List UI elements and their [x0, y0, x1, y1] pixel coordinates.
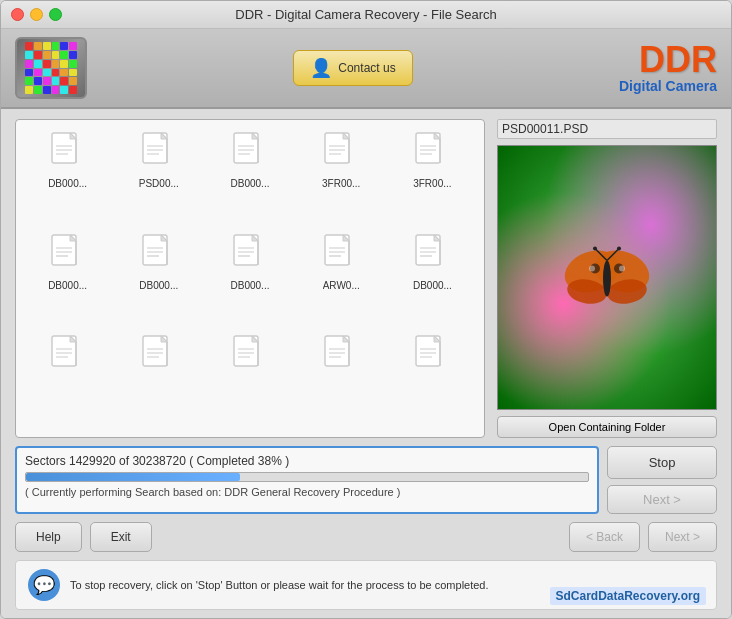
window-title: DDR - Digital Camera Recovery - File Sea… [235, 7, 497, 22]
preview-image: 🔊 ▶ ◄◄ ►► [497, 145, 717, 410]
progress-sectors-text: Sectors 1429920 of 30238720 ( Completed … [25, 454, 589, 468]
butterfly-image [557, 236, 657, 319]
brand-ddr: DDR [619, 42, 717, 78]
file-label: DB000... [139, 280, 178, 291]
file-label: 3FR00... [322, 178, 360, 189]
contact-button[interactable]: 👤 Contact us [293, 50, 412, 86]
file-icon [141, 234, 177, 278]
brand-sub: Digital Camera [619, 78, 717, 94]
file-label: ARW0... [323, 280, 360, 291]
file-item[interactable]: DB000... [24, 128, 111, 226]
file-icon [50, 132, 86, 176]
file-icon [323, 132, 359, 176]
app-window: DDR - Digital Camera Recovery - File Sea… [0, 0, 732, 619]
traffic-lights [11, 8, 62, 21]
file-label: DB000... [48, 178, 87, 189]
content-row: DB000... PSD00... DB000... 3FR00... [15, 119, 717, 438]
svg-point-87 [617, 246, 621, 250]
titlebar: DDR - Digital Camera Recovery - File Sea… [1, 1, 731, 29]
file-label: 3FR00... [413, 178, 451, 189]
svg-point-83 [603, 260, 611, 296]
preview-title: PSD00011.PSD [497, 119, 717, 139]
back-button[interactable]: < Back [569, 522, 640, 552]
progress-bar [25, 472, 589, 482]
file-label: DB000... [231, 178, 270, 189]
file-item[interactable]: DB000... [206, 230, 293, 328]
file-item[interactable] [298, 331, 385, 429]
minimize-button[interactable] [30, 8, 43, 21]
file-item[interactable]: DB000... [389, 230, 476, 328]
svg-point-82 [619, 265, 625, 271]
stop-button[interactable]: Stop [607, 446, 717, 479]
app-logo [15, 37, 87, 99]
close-button[interactable] [11, 8, 24, 21]
svg-point-86 [593, 246, 597, 250]
help-button[interactable]: Help [15, 522, 82, 552]
file-item[interactable] [389, 331, 476, 429]
logo-mosaic [25, 42, 77, 94]
file-label: PSD00... [139, 178, 179, 189]
main-content: DB000... PSD00... DB000... 3FR00... [1, 109, 731, 618]
file-icon [232, 335, 268, 379]
progress-info-box: Sectors 1429920 of 30238720 ( Completed … [15, 446, 599, 514]
nav-row: Help Exit < Back Next > [15, 522, 717, 552]
file-icon [50, 335, 86, 379]
file-icon [414, 335, 450, 379]
file-icon [323, 335, 359, 379]
file-item[interactable]: DB000... [206, 128, 293, 226]
preview-controls: 🔊 ▶ ◄◄ ►► [498, 409, 716, 410]
info-icon: 💬 [28, 569, 60, 601]
file-item[interactable]: DB000... [24, 230, 111, 328]
exit-button[interactable]: Exit [90, 522, 152, 552]
file-item[interactable]: DB000... [115, 230, 202, 328]
file-icon [141, 132, 177, 176]
action-buttons: Stop Next > [607, 446, 717, 514]
file-item[interactable]: PSD00... [115, 128, 202, 226]
maximize-button[interactable] [49, 8, 62, 21]
file-label: DB000... [413, 280, 452, 291]
file-item[interactable] [24, 331, 111, 429]
file-label: DB000... [48, 280, 87, 291]
open-folder-button[interactable]: Open Containing Folder [497, 416, 717, 438]
file-item[interactable]: ARW0... [298, 230, 385, 328]
file-icon [323, 234, 359, 278]
file-icon [414, 234, 450, 278]
next-button[interactable]: Next > [607, 485, 717, 514]
file-icon [232, 234, 268, 278]
brand-area: DDR Digital Camera [619, 42, 717, 94]
header: 👤 Contact us DDR Digital Camera [1, 29, 731, 109]
svg-point-81 [589, 265, 595, 271]
file-icon [232, 132, 268, 176]
progress-bar-fill [26, 473, 240, 481]
next-nav-button[interactable]: Next > [648, 522, 717, 552]
info-message: To stop recovery, click on 'Stop' Button… [70, 579, 489, 591]
contact-icon: 👤 [310, 57, 332, 79]
file-item[interactable] [115, 331, 202, 429]
file-item[interactable] [206, 331, 293, 429]
preview-panel: PSD00011.PSD [497, 119, 717, 438]
contact-label: Contact us [338, 61, 395, 75]
file-grid: DB000... PSD00... DB000... 3FR00... [15, 119, 485, 438]
info-bar: 💬 To stop recovery, click on 'Stop' Butt… [15, 560, 717, 610]
file-label: DB000... [231, 280, 270, 291]
file-item[interactable]: 3FR00... [389, 128, 476, 226]
progress-status-text: ( Currently performing Search based on: … [25, 486, 589, 498]
file-icon [414, 132, 450, 176]
file-item[interactable]: 3FR00... [298, 128, 385, 226]
file-icon [50, 234, 86, 278]
watermark: SdCardDataRecovery.org [550, 587, 707, 605]
file-icon [141, 335, 177, 379]
progress-section: Sectors 1429920 of 30238720 ( Completed … [15, 446, 717, 514]
